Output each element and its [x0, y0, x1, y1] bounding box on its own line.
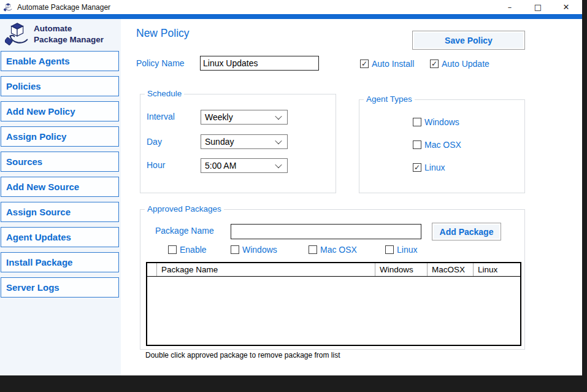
package-name-label: Package Name — [155, 226, 214, 236]
brand-line2: Package Manager — [34, 34, 104, 45]
app-window: Automate Package Manager – □ ✕ Automate … — [0, 0, 582, 375]
interval-label: Interval — [147, 112, 175, 121]
table-body[interactable] — [147, 277, 520, 344]
table-header-row: Package Name Windows MacOSX Linux — [147, 263, 520, 277]
window-title: Automate Package Manager — [17, 3, 110, 12]
approved-packages-table[interactable]: Package Name Windows MacOSX Linux — [146, 262, 521, 346]
agent-types-group-title: Agent Types — [364, 94, 415, 104]
sidebar: Automate Package Manager Enable Agents P… — [0, 19, 121, 375]
package-name-input[interactable] — [231, 224, 421, 239]
hour-select[interactable]: 5:00 AM — [201, 158, 288, 173]
filter-windows-checkbox-group[interactable]: Windows — [231, 245, 277, 255]
interval-value: Weekly — [205, 112, 233, 122]
save-policy-button[interactable]: Save Policy — [412, 31, 525, 50]
day-select[interactable]: Sunday — [201, 134, 288, 149]
agent-mac-label: Mac OSX — [424, 140, 461, 150]
remove-package-hint: Double click approved package to remove … — [145, 351, 340, 359]
agent-windows-label: Windows — [424, 117, 459, 127]
app-logo-icon — [4, 3, 13, 12]
interval-select[interactable]: Weekly — [201, 110, 288, 125]
filter-enable-checkbox[interactable] — [168, 245, 177, 254]
filter-enable-label: Enable — [180, 245, 207, 255]
agent-mac-checkbox[interactable] — [413, 140, 421, 149]
table-header-linux: Linux — [474, 263, 520, 276]
filter-linux-label: Linux — [397, 245, 417, 255]
table-header-windows: Windows — [375, 263, 428, 276]
agent-linux-label: Linux — [424, 163, 445, 172]
sidebar-item-agent-updates[interactable]: Agent Updates — [1, 227, 119, 247]
agent-mac-checkbox-group[interactable]: Mac OSX — [413, 140, 461, 150]
sidebar-nav: Enable Agents Policies Add New Policy As… — [1, 51, 120, 302]
sidebar-item-server-logs[interactable]: Server Logs — [1, 277, 119, 298]
brand-text: Automate Package Manager — [34, 23, 104, 45]
hour-value: 5:00 AM — [205, 161, 236, 171]
chevron-down-icon — [275, 137, 282, 144]
sidebar-item-sources[interactable]: Sources — [1, 152, 119, 172]
sidebar-item-enable-agents[interactable]: Enable Agents — [1, 51, 119, 71]
filter-enable-checkbox-group[interactable]: Enable — [168, 245, 207, 255]
maximize-button[interactable]: □ — [524, 0, 552, 14]
check-mark-icon: ✓ — [361, 60, 367, 67]
add-package-button[interactable]: Add Package — [432, 223, 501, 240]
filter-mac-checkbox-group[interactable]: Mac OSX — [309, 245, 357, 255]
check-mark-icon: ✓ — [431, 60, 437, 67]
auto-update-label: Auto Update — [442, 59, 489, 69]
auto-install-checkbox[interactable]: ✓ — [360, 60, 369, 68]
table-row-header-column — [147, 263, 157, 276]
day-value: Sunday — [205, 137, 234, 147]
close-button[interactable]: ✕ — [552, 0, 580, 14]
filter-mac-checkbox[interactable] — [309, 245, 317, 254]
day-label: Day — [147, 137, 162, 147]
filter-mac-label: Mac OSX — [320, 245, 357, 255]
chevron-down-icon — [275, 113, 282, 120]
filter-windows-checkbox[interactable] — [231, 245, 239, 254]
table-header-macosx: MacOSX — [428, 263, 474, 276]
agent-types-group: Agent Types Windows Mac OSX ✓ Linux — [359, 99, 525, 193]
sidebar-item-assign-source[interactable]: Assign Source — [1, 202, 119, 222]
brand-line1: Automate — [34, 23, 104, 34]
page-title: New Policy — [136, 27, 190, 40]
policy-name-label: Policy Name — [136, 58, 185, 68]
check-mark-icon: ✓ — [414, 164, 420, 171]
chevron-down-icon — [275, 161, 282, 168]
policy-name-input[interactable] — [200, 56, 319, 71]
accent-bar — [0, 14, 582, 19]
approved-packages-group-title: Approved Packages — [145, 204, 224, 213]
agent-linux-checkbox-group[interactable]: ✓ Linux — [413, 163, 445, 172]
sidebar-item-add-new-source[interactable]: Add New Source — [1, 177, 119, 197]
agent-windows-checkbox[interactable] — [413, 118, 421, 126]
auto-install-label: Auto Install — [372, 59, 414, 69]
schedule-group-title: Schedule — [145, 89, 184, 98]
filter-linux-checkbox-group[interactable]: Linux — [385, 245, 417, 255]
hour-label: Hour — [147, 160, 165, 170]
table-header-package-name: Package Name — [157, 263, 375, 276]
agent-windows-checkbox-group[interactable]: Windows — [413, 117, 459, 127]
auto-update-checkbox-group[interactable]: ✓ Auto Update — [430, 59, 489, 69]
brand-logo-icon — [5, 22, 31, 47]
auto-install-checkbox-group[interactable]: ✓ Auto Install — [360, 59, 414, 69]
schedule-group: Schedule Interval Weekly Day Sunday Hour… — [140, 94, 336, 193]
agent-linux-checkbox[interactable]: ✓ — [413, 163, 421, 172]
sidebar-item-policies[interactable]: Policies — [1, 76, 119, 96]
approved-packages-group: Approved Packages Package Name Add Packa… — [140, 209, 525, 350]
sidebar-item-add-new-policy[interactable]: Add New Policy — [1, 101, 119, 121]
sidebar-item-install-package[interactable]: Install Package — [1, 252, 119, 272]
brand: Automate Package Manager — [5, 22, 104, 47]
filter-windows-label: Windows — [242, 245, 277, 255]
auto-update-checkbox[interactable]: ✓ — [430, 60, 439, 68]
filter-linux-checkbox[interactable] — [385, 245, 394, 254]
minimize-button[interactable]: – — [496, 0, 524, 14]
title-bar: Automate Package Manager – □ ✕ — [0, 0, 582, 14]
sidebar-item-assign-policy[interactable]: Assign Policy — [1, 126, 119, 147]
